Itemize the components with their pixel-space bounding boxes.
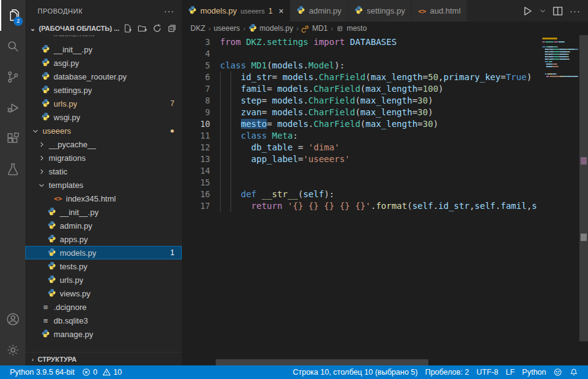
encoding-status[interactable]: UTF-8: [473, 365, 502, 379]
source-control-icon[interactable]: [0, 62, 25, 92]
horizontal-scrollbar[interactable]: [182, 359, 540, 365]
error-icon: [82, 368, 91, 377]
code-line-17[interactable]: 17 return '{} {} {} {} {}'.format(self.i…: [182, 200, 540, 212]
tree-item-.dcignore[interactable]: ≡.dcignore: [25, 300, 182, 314]
tree-item-wsgi.py[interactable]: wsgi.py: [25, 110, 182, 124]
line-number: 9: [182, 107, 210, 118]
settings-gear-icon[interactable]: [0, 335, 25, 365]
explorer-icon[interactable]: 2: [0, 0, 25, 31]
tree-item-settings.py[interactable]: settings.py: [25, 83, 182, 97]
breadcrumb-item-useeers[interactable]: useeers: [214, 24, 240, 33]
new-file-icon[interactable]: [123, 23, 133, 33]
run-file-icon[interactable]: [522, 6, 533, 17]
code-line-6[interactable]: 6 id_str= models.CharField(max_length=50…: [182, 71, 540, 83]
tree-item-label: index345.html: [66, 194, 116, 203]
tab-aud.html[interactable]: <>aud.html: [412, 0, 467, 22]
tree-item-views.py[interactable]: views.py: [25, 287, 182, 300]
tree-item-index345.html[interactable]: <>index345.html: [25, 192, 182, 205]
problems-status[interactable]: 0 10: [78, 365, 126, 379]
tree-item-migrations[interactable]: migrations: [25, 151, 182, 165]
code-line-16[interactable]: 16 def __str__(self):: [182, 189, 540, 200]
tree-item-useeers[interactable]: useeers●: [25, 124, 182, 137]
tab-settings.py[interactable]: settings.py: [348, 0, 412, 22]
tree-item-__init__.py[interactable]: __init__.py: [25, 205, 182, 219]
tree-item-manage.py[interactable]: manage.py: [25, 327, 182, 341]
tree-item-models.py[interactable]: models.py1: [25, 246, 182, 259]
code-line-14[interactable]: 14: [182, 165, 540, 177]
code-line-12[interactable]: 12 db_table = 'dima': [182, 142, 540, 153]
cursor-position-status[interactable]: Строка 10, столбец 10 (выбрано 5): [289, 365, 422, 379]
tree-item-database_roouter.py[interactable]: database_roouter.py: [25, 70, 182, 83]
notifications-bell-icon[interactable]: [566, 365, 582, 379]
chevron-right-icon: [36, 141, 46, 148]
code-line-7[interactable]: 7 famil= models.CharField(max_length=100…: [182, 83, 540, 95]
tree-item-__init__.py[interactable]: __init__.py: [25, 43, 182, 56]
breadcrumb-item-models.py[interactable]: models.py: [248, 23, 293, 34]
tree-item-tests.py[interactable]: tests.py: [25, 259, 182, 273]
code-area[interactable]: 3from DKZ.settings import DATABASES45cla…: [182, 36, 540, 212]
tree-item-__pycache__[interactable]: __pycache__: [25, 137, 182, 151]
code-line-11[interactable]: 11 class Meta:: [182, 130, 540, 142]
code-editor[interactable]: 3from DKZ.settings import DATABASES45cla…: [182, 35, 588, 365]
run-debug-icon[interactable]: [0, 92, 25, 123]
class-symbol-icon: [301, 25, 309, 33]
run-dropdown-chevron-icon[interactable]: [539, 7, 546, 14]
tree-item-badge: ●: [170, 126, 174, 135]
close-icon[interactable]: ×: [279, 7, 284, 15]
tree-item-db.sqlite3[interactable]: ≡db.sqlite3: [25, 314, 182, 327]
code-line-3[interactable]: 3from DKZ.settings import DATABASES: [182, 36, 540, 48]
testing-icon[interactable]: [0, 154, 25, 185]
tree-item-static[interactable]: static: [25, 165, 182, 178]
file-tree: <>index2.html__init__.pyasgi.pydatabase_…: [25, 35, 182, 352]
tree-item-urls.py[interactable]: urls.py: [25, 273, 182, 287]
code-line-8[interactable]: 8 step= models.CharField(max_length=30): [182, 95, 540, 107]
sidebar-explorer: ПРОВОДНИК ··· ⌄ (РАБОЧАЯ ОБЛАСТЬ) ...: [25, 0, 182, 365]
workspace-section-header[interactable]: ⌄ (РАБОЧАЯ ОБЛАСТЬ) ...: [25, 22, 182, 35]
breadcrumb-item-DKZ[interactable]: DKZ: [190, 24, 205, 33]
tree-item-label: apps.py: [60, 235, 88, 244]
split-editor-icon[interactable]: [552, 6, 563, 17]
code-line-5[interactable]: 5class MD1(models.Model):: [182, 60, 540, 71]
vertical-scrollbar[interactable]: [579, 35, 588, 359]
tree-item-admin.py[interactable]: admin.py: [25, 219, 182, 232]
tree-item-apps.py[interactable]: apps.py: [25, 232, 182, 246]
tree-item-index2.html[interactable]: <>index2.html: [25, 35, 182, 43]
html-icon: <>: [54, 195, 62, 203]
tab-models.py[interactable]: models.pyuseeers1×: [182, 0, 290, 22]
language-mode-status[interactable]: Python: [518, 365, 550, 379]
tree-item-label: tests.py: [60, 262, 88, 271]
eol-status[interactable]: LF: [502, 365, 518, 379]
feedback-icon[interactable]: [550, 365, 566, 379]
extensions-icon[interactable]: [0, 123, 25, 154]
python-interpreter-status[interactable]: Python 3.9.5 64-bit: [6, 365, 78, 379]
sidebar-more-icon[interactable]: ···: [164, 6, 174, 16]
tree-item-label: urls.py: [54, 99, 77, 108]
breadcrumb-item-MD1[interactable]: MD1: [301, 24, 327, 33]
tab-bar: models.pyuseeers1×admin.pysettings.py<>a…: [182, 0, 588, 22]
tree-item-templates[interactable]: templates: [25, 178, 182, 192]
tree-item-urls.py[interactable]: urls.py7: [25, 97, 182, 110]
code-line-15[interactable]: 15: [182, 177, 540, 189]
python-icon: [41, 71, 50, 82]
editor-more-actions-icon[interactable]: ···: [570, 6, 581, 16]
refresh-icon[interactable]: [152, 23, 162, 33]
python-icon: [248, 23, 257, 34]
code-line-10[interactable]: 10 mesto= models.CharField(max_length=30…: [182, 118, 540, 130]
indentation-status[interactable]: Пробелов: 2: [422, 365, 473, 379]
new-folder-icon[interactable]: [137, 23, 147, 33]
tree-item-label: database_roouter.py: [54, 72, 127, 81]
code-line-9[interactable]: 9 zvan= models.CharField(max_length=30): [182, 107, 540, 118]
minimap[interactable]: [540, 35, 579, 365]
tab-admin.py[interactable]: admin.py: [290, 0, 348, 22]
account-icon[interactable]: [0, 304, 25, 335]
outline-section-header[interactable]: › СТРУКТУРА: [25, 352, 182, 365]
collapse-all-icon[interactable]: [167, 23, 177, 33]
search-icon[interactable]: [0, 31, 25, 62]
tree-item-asgi.py[interactable]: asgi.py: [25, 56, 182, 70]
code-line-13[interactable]: 13 app_label='useeers': [182, 153, 540, 165]
code-line-4[interactable]: 4: [182, 48, 540, 60]
breadcrumb-separator: ›: [330, 25, 334, 32]
horizontal-scrollbar-thumb[interactable]: [216, 359, 428, 365]
python-icon: [41, 44, 50, 55]
breadcrumb-item-mesto[interactable]: mesto: [336, 24, 367, 33]
